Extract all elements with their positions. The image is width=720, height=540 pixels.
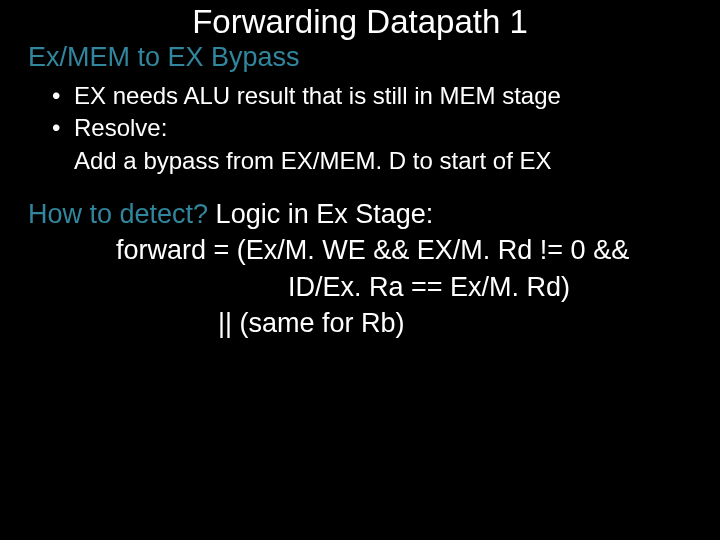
detect-rest: Logic in Ex Stage: bbox=[216, 199, 434, 229]
detect-line2: forward = (Ex/M. WE && EX/M. Rd != 0 && bbox=[28, 232, 629, 268]
detect-line1: How to detect? Logic in Ex Stage: bbox=[28, 196, 629, 232]
bullet-dot-icon: • bbox=[52, 112, 60, 144]
bullet-item: • Resolve: bbox=[52, 112, 561, 144]
bullet-list: • EX needs ALU result that is still in M… bbox=[52, 80, 561, 177]
slide: Forwarding Datapath 1 Ex/MEM to EX Bypas… bbox=[0, 0, 720, 540]
bullet-item: • EX needs ALU result that is still in M… bbox=[52, 80, 561, 112]
detect-line4: || (same for Rb) bbox=[28, 305, 629, 341]
detect-question: How to detect? bbox=[28, 199, 216, 229]
bullet-dot-icon: • bbox=[52, 80, 60, 112]
slide-title: Forwarding Datapath 1 bbox=[0, 3, 720, 41]
bullet-subtext: Add a bypass from EX/MEM. D to start of … bbox=[52, 145, 561, 177]
bullet-text: Resolve: bbox=[74, 114, 167, 141]
bullet-text: EX needs ALU result that is still in MEM… bbox=[74, 82, 561, 109]
detect-block: How to detect? Logic in Ex Stage: forwar… bbox=[28, 196, 629, 342]
section-heading-bypass: Ex/MEM to EX Bypass bbox=[28, 42, 300, 73]
detect-line3: ID/Ex. Ra == Ex/M. Rd) bbox=[28, 269, 629, 305]
